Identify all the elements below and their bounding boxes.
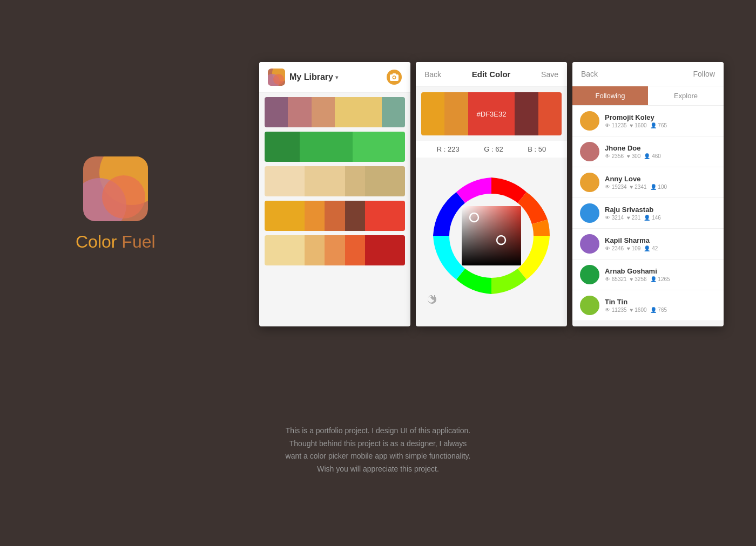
camera-button[interactable] bbox=[387, 70, 402, 85]
hex-value-label: #DF3E32 bbox=[477, 110, 507, 118]
likes-stat: ♥ 109 bbox=[627, 245, 640, 251]
user-list-item[interactable]: Jhone Doe 👁 2356 ♥ 300 👤 460 bbox=[572, 136, 724, 167]
edit-color-title: Edit Color bbox=[472, 70, 511, 79]
user-stats: 👁 19234 ♥ 2341 👤 100 bbox=[605, 184, 716, 190]
user-name: Kapil Sharma bbox=[605, 236, 716, 244]
followers-stat: 👤 765 bbox=[650, 122, 667, 128]
screen2-header: Back Edit Color Save bbox=[416, 62, 567, 87]
swatch bbox=[265, 132, 300, 162]
screen-edit-color: Back Edit Color Save #DF3E32 R : 223 G :… bbox=[416, 62, 567, 326]
user-info: Promojit Koley 👁 11235 ♥ 1600 👤 765 bbox=[605, 113, 716, 128]
follow-button[interactable]: Follow bbox=[693, 70, 715, 78]
user-list-item[interactable]: Promojit Koley 👁 11235 ♥ 1600 👤 765 bbox=[572, 106, 724, 136]
swatch bbox=[305, 201, 325, 231]
tab-following[interactable]: Following bbox=[572, 86, 648, 105]
screen1-header: My Library ▾ bbox=[259, 62, 410, 93]
user-avatar bbox=[580, 173, 599, 192]
swatch bbox=[353, 132, 406, 162]
svg-point-7 bbox=[273, 74, 284, 85]
screens-container: My Library ▾ bbox=[259, 62, 724, 326]
followers-stat: 👤 1265 bbox=[650, 276, 670, 282]
swatch bbox=[305, 166, 345, 196]
color-wheel-container bbox=[416, 158, 567, 314]
swatch bbox=[365, 201, 405, 231]
likes-stat: ♥ 1600 bbox=[630, 122, 647, 128]
footer-text-line1: This is a portfolio project. I design UI… bbox=[286, 426, 470, 435]
screen3-header: Back Follow bbox=[572, 62, 724, 86]
views-stat: 👁 11235 bbox=[605, 122, 627, 128]
user-name: Raju Srivastab bbox=[605, 206, 716, 214]
swatch bbox=[365, 235, 405, 265]
tab-explore[interactable]: Explore bbox=[648, 86, 724, 105]
user-info: Jhone Doe 👁 2356 ♥ 300 👤 460 bbox=[605, 144, 716, 159]
back-button[interactable]: Back bbox=[424, 70, 441, 79]
swatch-active[interactable]: #DF3E32 bbox=[468, 92, 515, 135]
user-info: Anny Love 👁 19234 ♥ 2341 👤 100 bbox=[605, 175, 716, 190]
g-value: G : 62 bbox=[484, 145, 503, 153]
header-mini-logo bbox=[268, 69, 285, 86]
user-avatar bbox=[580, 296, 599, 315]
palette-row-5[interactable] bbox=[265, 235, 405, 265]
screen-following: Back Follow Following Explore Promojit K… bbox=[572, 62, 724, 326]
swatch-4[interactable] bbox=[515, 92, 538, 135]
swatch-5[interactable] bbox=[538, 92, 562, 135]
title-color-word: Color bbox=[76, 232, 117, 251]
user-name: Jhone Doe bbox=[605, 144, 716, 152]
user-list-item[interactable]: Anny Love 👁 19234 ♥ 2341 👤 100 bbox=[572, 167, 724, 198]
screen3-back-button[interactable]: Back bbox=[581, 70, 598, 78]
following-tabs: Following Explore bbox=[572, 86, 724, 106]
b-value: B : 50 bbox=[528, 145, 546, 153]
likes-stat: ♥ 2341 bbox=[630, 184, 647, 190]
swatch bbox=[365, 166, 405, 196]
likes-stat: ♥ 3256 bbox=[630, 276, 647, 282]
user-info: Arnab Goshami 👁 65321 ♥ 3256 👤 1265 bbox=[605, 267, 716, 282]
swatch bbox=[265, 166, 305, 196]
swatch bbox=[265, 201, 305, 231]
library-title: My Library ▾ bbox=[289, 72, 338, 82]
followers-stat: 👤 42 bbox=[644, 245, 658, 251]
user-stats: 👁 65321 ♥ 3256 👤 1265 bbox=[605, 276, 716, 282]
swatch bbox=[335, 97, 382, 127]
app-icon bbox=[83, 156, 148, 221]
user-info: Kapil Sharma 👁 2346 ♥ 109 👤 42 bbox=[605, 236, 716, 251]
views-stat: 👁 11235 bbox=[605, 307, 627, 313]
save-button[interactable]: Save bbox=[541, 70, 558, 79]
footer-text-line2: Thought behind this project is as a desi… bbox=[289, 439, 467, 448]
swatch bbox=[345, 235, 365, 265]
screen1-header-left: My Library ▾ bbox=[268, 69, 338, 86]
user-avatar bbox=[580, 111, 599, 131]
user-list-item[interactable]: Tin Tin 👁 11235 ♥ 1600 👤 765 bbox=[572, 290, 724, 321]
user-avatar bbox=[580, 234, 599, 254]
footer-text-line4: Wish you will appreciate this project. bbox=[317, 465, 439, 473]
followers-stat: 👤 100 bbox=[650, 184, 667, 190]
r-value: R : 223 bbox=[437, 145, 460, 153]
swatch bbox=[305, 235, 325, 265]
user-list-item[interactable]: Raju Srivastab 👁 3214 ♥ 231 👤 146 bbox=[572, 198, 724, 229]
views-stat: 👁 3214 bbox=[605, 215, 624, 221]
dropdown-arrow-icon: ▾ bbox=[335, 74, 338, 80]
palette-row-2[interactable] bbox=[265, 132, 405, 162]
reset-button[interactable] bbox=[427, 294, 437, 308]
palette-row-4[interactable] bbox=[265, 201, 405, 231]
swatch-2[interactable] bbox=[444, 92, 468, 135]
palette-row-3[interactable] bbox=[265, 166, 405, 196]
user-list-item[interactable]: Arnab Goshami 👁 65321 ♥ 3256 👤 1265 bbox=[572, 260, 724, 290]
likes-stat: ♥ 300 bbox=[627, 153, 640, 159]
swatch bbox=[345, 166, 365, 196]
swatch-1[interactable] bbox=[421, 92, 444, 135]
views-stat: 👁 2346 bbox=[605, 245, 624, 251]
user-name: Anny Love bbox=[605, 175, 716, 183]
user-avatar bbox=[580, 142, 599, 161]
svg-point-3 bbox=[102, 175, 145, 219]
swatch bbox=[382, 97, 405, 127]
followers-stat: 👤 146 bbox=[644, 215, 660, 221]
user-name: Promojit Koley bbox=[605, 113, 716, 121]
user-stats: 👁 2346 ♥ 109 👤 42 bbox=[605, 245, 716, 251]
color-wheel[interactable] bbox=[432, 176, 551, 295]
palette-row-1[interactable] bbox=[265, 97, 405, 127]
swatch bbox=[265, 97, 288, 127]
user-list-item[interactable]: Kapil Sharma 👁 2346 ♥ 109 👤 42 bbox=[572, 229, 724, 260]
followers-stat: 👤 460 bbox=[644, 153, 660, 159]
likes-stat: ♥ 1600 bbox=[630, 307, 647, 313]
user-info: Tin Tin 👁 11235 ♥ 1600 👤 765 bbox=[605, 298, 716, 313]
